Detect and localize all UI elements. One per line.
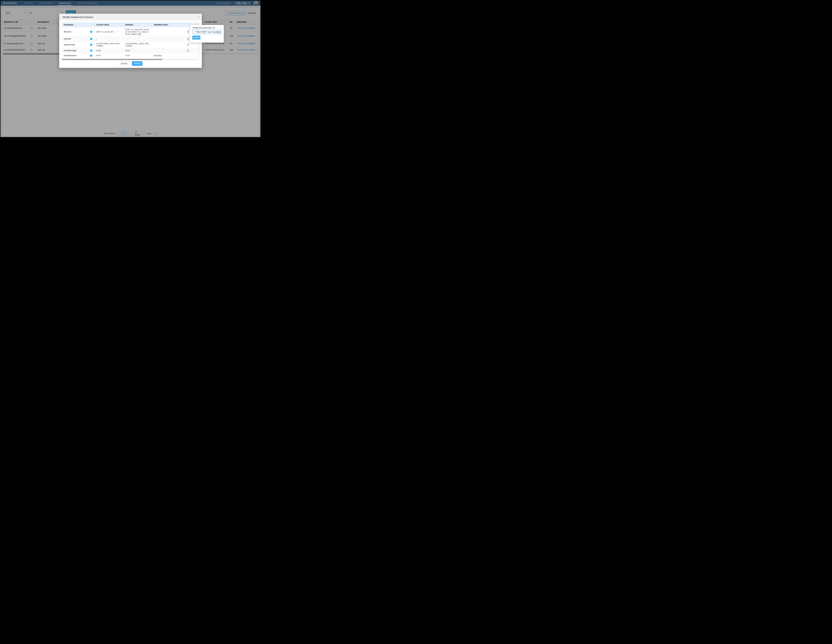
param-value-input[interactable] xyxy=(192,30,221,34)
param-defaults: CLOUDCANAL_JSON_FOR_TUNNEL xyxy=(123,42,152,48)
caret-down-icon[interactable]: ▼ xyxy=(117,30,118,33)
app-window: BladePipe DataJob Sync Settings DataSour… xyxy=(0,0,261,137)
screenshot-frame: BladePipe DataJob Sync Settings DataSour… xyxy=(0,0,261,138)
modal-title: Modify DataSource Params xyxy=(62,16,93,18)
param-name: tunnelSrcType i xyxy=(62,48,94,53)
param-current-value: HTTP xyxy=(94,53,123,58)
param-current-value: - xyxy=(94,37,123,41)
param-name: tunnelProtocol i xyxy=(62,53,94,58)
param-name: dbsJson i xyxy=(62,27,94,36)
modal-footer: Cancel Modify xyxy=(59,61,202,66)
modal-horizontal-scrollbar[interactable] xyxy=(62,59,199,60)
params-table: Parameter ▲▼ Current Value Defaults Modi… xyxy=(62,22,199,58)
cancel-button[interactable]: Cancel xyxy=(118,61,129,66)
popover-label: Modify the parameters to: xyxy=(193,27,215,29)
edit-icon[interactable] xyxy=(187,43,189,46)
param-defaults: [{"db":"cc_virtual_db","schemas":[{"sche… xyxy=(123,27,152,36)
modify-params-modal: Modify DataSource Params × Parameter ▲▼ … xyxy=(59,14,202,68)
col-header-parameter: Parameter ▲▼ xyxy=(62,22,94,27)
param-name: valueFormat i xyxy=(62,42,94,48)
param-modified-value: ReadOnly xyxy=(152,53,195,58)
info-icon[interactable]: i xyxy=(90,30,92,33)
info-icon[interactable]: i xyxy=(90,54,92,57)
param-current-value[interactable]: [{"db":"cc_virtual_db","...▼ xyxy=(94,27,123,36)
close-icon[interactable]: × xyxy=(197,15,200,19)
filter-icon[interactable] xyxy=(169,24,170,26)
col-header-defaults: Defaults xyxy=(123,22,152,27)
param-current-value: HOST xyxy=(94,48,123,53)
modal-header: Modify DataSource Params × xyxy=(59,14,202,20)
sort-icon[interactable]: ▲▼ xyxy=(75,24,76,26)
col-header-modified-value: Modified Value xyxy=(152,22,195,27)
info-icon[interactable]: i xyxy=(90,50,92,52)
param-row-dbsjson: dbsJson i [{"db":"cc_virtual_db","...▼ [… xyxy=(62,27,199,37)
info-icon[interactable]: i xyxy=(90,43,92,46)
col-header-current-value: Current Value xyxy=(94,22,123,27)
param-defaults: HOST xyxy=(123,48,152,53)
submit-button[interactable]: Submit xyxy=(192,35,200,40)
param-defaults: HTTP xyxy=(123,53,152,58)
edit-param-popover: Modify the parameters to: Submit xyxy=(190,25,224,43)
param-row-tunnelsrctype: tunnelSrcType i HOST HOST xyxy=(62,48,199,53)
param-row-uriprefix: uriPrefix i - xyxy=(62,37,199,42)
param-defaults xyxy=(123,37,152,41)
modify-button[interactable]: Modify xyxy=(132,61,142,66)
info-icon[interactable]: i xyxy=(90,38,92,40)
params-table-header: Parameter ▲▼ Current Value Defaults Modi… xyxy=(62,22,199,27)
modal-horizontal-scrollbar-thumb[interactable] xyxy=(62,59,162,60)
param-row-valueformat: valueFormat i CLOUDCANAL_JSON_FOR_TUNNEL… xyxy=(62,42,199,48)
edit-icon[interactable] xyxy=(187,49,189,52)
param-row-tunnelprotocol: tunnelProtocol i HTTP HTTP ReadOnly xyxy=(62,53,199,58)
param-name: uriPrefix i xyxy=(62,37,94,41)
edit-icon[interactable] xyxy=(187,38,189,40)
param-current-value: CLOUDCANAL_JSON_FOR_TUNNEL xyxy=(94,42,123,48)
